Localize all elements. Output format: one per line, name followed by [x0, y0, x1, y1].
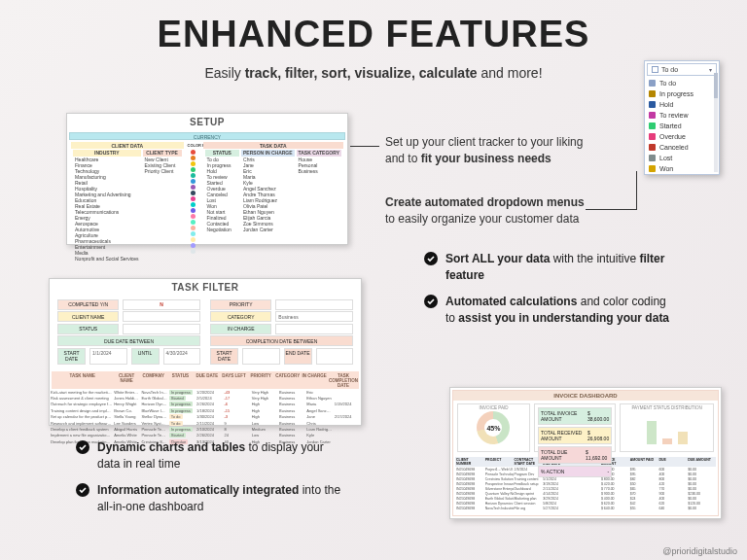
- dropdown-option[interactable]: To do: [645, 78, 719, 88]
- dropdown-option[interactable]: To review: [645, 110, 719, 121]
- check-charts-b: Dynamic charts and tables: [97, 440, 248, 454]
- s4v: -: [608, 469, 610, 474]
- column-header[interactable]: STATUS: [167, 371, 195, 389]
- dropdown-option[interactable]: Hold: [645, 99, 719, 110]
- fr-r1a: START DATE: [210, 348, 238, 365]
- color-swatch[interactable]: [191, 208, 196, 213]
- f-r1b[interactable]: 1/1/2024: [89, 348, 126, 365]
- table-cell: NovaTech Industries: [484, 506, 514, 510]
- color-swatch[interactable]: [191, 231, 196, 236]
- dropdown-option[interactable]: Lost: [645, 153, 719, 163]
- color-swatch[interactable]: [191, 237, 196, 242]
- dropdown-option-label: To do: [659, 80, 676, 87]
- donut-label: INVOICE PAID: [458, 404, 529, 411]
- check-calc: Automated calculations and color coding …: [424, 294, 677, 327]
- f-v3[interactable]: [123, 324, 200, 334]
- filter-title: TASK FILTER: [50, 279, 361, 296]
- subtitle-post: and more!: [478, 65, 543, 81]
- column-header[interactable]: CLIENT NAME: [113, 371, 140, 389]
- color-swatch[interactable]: [191, 191, 196, 195]
- dropdown-option-label: Hold: [659, 101, 673, 108]
- column-header[interactable]: DAYS LEFT: [221, 371, 248, 389]
- filter-table-body: Kick-start meeting for the marketing cam…: [50, 389, 361, 444]
- subtitle-pre: Easily: [204, 65, 244, 81]
- color-swatch[interactable]: [191, 179, 196, 184]
- dropdown-option-label: Lost: [659, 155, 672, 161]
- column-header[interactable]: IN CHARGE: [301, 371, 328, 389]
- fr-r1b[interactable]: [242, 348, 279, 365]
- status-icon: [649, 155, 656, 161]
- list-item: Priority Client: [145, 168, 180, 174]
- table-cell: IN25049698: [455, 506, 484, 510]
- column-header[interactable]: CATEGORY: [274, 371, 302, 389]
- filter-table-head: TASK NAMECLIENT NAMECOMPANYSTATUSDUE DAT…: [52, 371, 359, 389]
- dropdown-option[interactable]: Overdue: [645, 131, 719, 142]
- table-cell: $ 640.00: [600, 506, 629, 510]
- stats-box: TOTAL INVOICE AMOUNT$ 38,600.00 TOTAL RE…: [534, 403, 616, 452]
- fr-r2a: END DATE: [284, 348, 312, 365]
- column-header: DUE: [658, 457, 687, 467]
- column-header[interactable]: TASK COMPLETION DATE: [328, 371, 359, 389]
- color-swatch[interactable]: [191, 161, 196, 166]
- column-header[interactable]: COMPANY: [140, 371, 167, 389]
- status-icon: [649, 165, 656, 172]
- fr-v3[interactable]: [275, 324, 353, 334]
- f-r2a: UNTIL: [131, 348, 160, 365]
- todo-icon: [652, 66, 658, 73]
- dropdown-option[interactable]: Canceled: [645, 142, 719, 153]
- color-swatch[interactable]: [191, 226, 196, 230]
- f-l3: STATUS: [57, 324, 119, 334]
- f-r2b[interactable]: 4/30/2024: [163, 348, 200, 365]
- table-cell: [571, 506, 600, 510]
- table-cell: 5/27/2024: [542, 506, 571, 510]
- column-header[interactable]: DUE DATE: [194, 371, 221, 389]
- status-icon: [649, 133, 656, 140]
- table-cell: $0.00: [687, 506, 716, 510]
- color-swatch[interactable]: [191, 156, 196, 160]
- color-swatch[interactable]: [191, 167, 196, 172]
- column-header: PROJECT: [484, 457, 514, 467]
- dropdown-option[interactable]: Started: [645, 121, 719, 131]
- color-swatch[interactable]: [191, 173, 196, 178]
- color-swatch[interactable]: [191, 220, 196, 225]
- dropdown-scrollbar[interactable]: [714, 73, 718, 172]
- color-swatch[interactable]: [191, 185, 196, 190]
- pointer-line-dropdown-h: [586, 209, 636, 210]
- fr-v2[interactable]: Business: [275, 311, 353, 322]
- table-cell: 640: [658, 506, 687, 510]
- status-dropdown[interactable]: To do ▾ To doIn progressHoldTo reviewSta…: [644, 60, 720, 175]
- color-swatch[interactable]: [191, 150, 196, 155]
- setup-panel: SETUP CURRENCY CLIENT DATA INDUSTRYHealt…: [66, 113, 348, 245]
- setup-title: SETUP: [67, 114, 347, 130]
- color-swatch[interactable]: [191, 243, 196, 248]
- dropdown-option-label: To review: [659, 112, 689, 119]
- dropdown-option[interactable]: In progress: [645, 88, 719, 99]
- scrollbar-thumb[interactable]: [714, 73, 718, 98]
- dropdown-option-label: Started: [659, 122, 682, 129]
- color-swatch[interactable]: [191, 202, 196, 207]
- status-icon: [649, 112, 656, 119]
- f-v1[interactable]: N: [123, 299, 200, 310]
- color-swatch[interactable]: [191, 214, 196, 219]
- list-item: Negotiation: [207, 227, 237, 232]
- subtitle-bold: track, filter, sort, visualize, calculat…: [245, 65, 478, 81]
- dropdown-option[interactable]: Won: [645, 163, 719, 174]
- dropdown-selected[interactable]: To do ▾: [647, 63, 717, 76]
- table-cell: File org: [514, 506, 543, 510]
- color-swatch[interactable]: [191, 249, 196, 254]
- fr-v1[interactable]: [275, 299, 353, 310]
- f-v2[interactable]: [123, 311, 200, 322]
- fr-r2b[interactable]: [316, 348, 353, 365]
- check-sort-b1: Sort ALL your data: [445, 252, 553, 265]
- f-l2: CLIENT NAME: [57, 311, 119, 322]
- column-header[interactable]: TASK NAME: [52, 371, 113, 389]
- status-header: STATUS: [205, 150, 239, 157]
- page-subtitle: Easily track, filter, sort, visualize, c…: [0, 65, 747, 81]
- f-r1a: START DATE: [57, 348, 86, 365]
- dropdown-option-label: In progress: [659, 90, 694, 97]
- check-sort: Sort ALL your data with the intuitive fi…: [424, 251, 667, 284]
- barchart-box: PAYMENT STATUS DISTRIBUTION: [620, 403, 714, 452]
- industry-header: INDUSTRY: [73, 150, 141, 157]
- color-swatch[interactable]: [191, 196, 196, 201]
- column-header[interactable]: PRIORITY: [247, 371, 274, 389]
